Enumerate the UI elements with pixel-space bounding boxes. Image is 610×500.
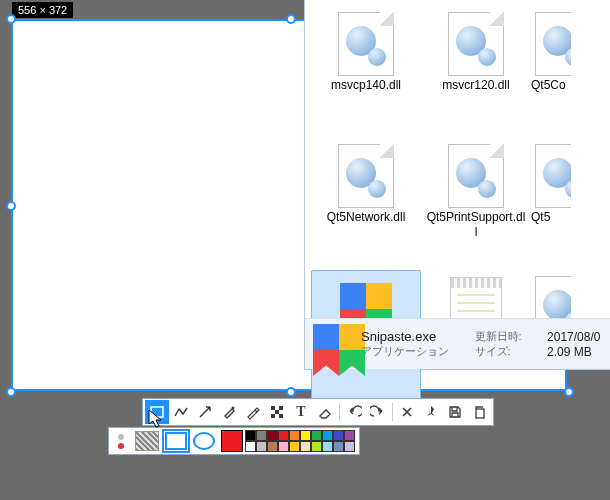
undo-button[interactable] xyxy=(342,400,366,424)
file-item[interactable]: msvcr120.dll xyxy=(421,6,531,138)
palette-swatch[interactable] xyxy=(245,441,256,452)
palette-swatch[interactable] xyxy=(289,441,300,452)
palette-swatch[interactable] xyxy=(344,441,355,452)
file-label: Qt5PrintSupport.dll xyxy=(426,210,526,240)
resize-handle[interactable] xyxy=(286,14,296,24)
svg-rect-5 xyxy=(271,414,275,418)
annotation-toolbar: T xyxy=(142,398,494,426)
file-label: msvcr120.dll xyxy=(442,78,509,93)
status-date-label: 更新日時: xyxy=(475,329,532,344)
status-filetype: アプリケーション xyxy=(361,344,459,359)
file-label: Qt5Network.dll xyxy=(327,210,406,225)
svg-rect-2 xyxy=(271,406,275,410)
resize-handle[interactable] xyxy=(6,14,16,24)
tool-rectangle[interactable] xyxy=(145,400,169,424)
svg-rect-4 xyxy=(275,410,279,414)
tool-eraser[interactable] xyxy=(313,400,337,424)
shape-ellipse[interactable] xyxy=(193,432,215,450)
status-size-value: 2.09 MB xyxy=(547,345,610,359)
separator xyxy=(392,403,393,421)
thickness-picker[interactable] xyxy=(113,434,129,449)
tool-arrow[interactable] xyxy=(193,400,217,424)
status-date-value: 2017/08/0 xyxy=(547,330,610,344)
file-icon xyxy=(334,12,398,76)
tool-polyline[interactable] xyxy=(169,400,193,424)
status-size-label: サイズ: xyxy=(475,344,532,359)
palette-swatch[interactable] xyxy=(333,430,344,441)
resize-handle[interactable] xyxy=(286,387,296,397)
file-icon xyxy=(334,144,398,208)
file-icon xyxy=(531,12,571,76)
palette-swatch[interactable] xyxy=(278,441,289,452)
file-grid: msvcp140.dllmsvcr120.dllQt5CoQt5Network.… xyxy=(305,0,610,319)
resize-handle[interactable] xyxy=(6,387,16,397)
palette-swatch[interactable] xyxy=(300,441,311,452)
palette-swatch[interactable] xyxy=(300,430,311,441)
svg-rect-7 xyxy=(476,409,484,418)
palette-swatch[interactable] xyxy=(256,441,267,452)
file-item[interactable]: Qt5PrintSupport.dll xyxy=(421,138,531,270)
status-filename: Snipaste.exe xyxy=(361,329,459,344)
style-toolbar xyxy=(108,427,360,455)
resize-handle[interactable] xyxy=(6,201,16,211)
app-icon xyxy=(313,324,353,364)
file-item[interactable]: Qt5 xyxy=(531,138,571,270)
file-item[interactable]: Qt5Co xyxy=(531,6,571,138)
palette-swatch[interactable] xyxy=(344,430,355,441)
pin-button[interactable] xyxy=(419,400,443,424)
fill-pattern[interactable] xyxy=(135,431,159,451)
palette-swatch[interactable] xyxy=(267,441,278,452)
palette-swatch[interactable] xyxy=(322,441,333,452)
shape-rectangle[interactable] xyxy=(165,432,187,450)
svg-rect-6 xyxy=(279,414,283,418)
palette-swatch[interactable] xyxy=(311,430,322,441)
explorer-window: msvcp140.dllmsvcr120.dllQt5CoQt5Network.… xyxy=(304,0,610,370)
redo-button[interactable] xyxy=(366,400,390,424)
tool-mosaic[interactable] xyxy=(265,400,289,424)
cancel-button[interactable] xyxy=(395,400,419,424)
tool-pen[interactable] xyxy=(241,400,265,424)
save-button[interactable] xyxy=(443,400,467,424)
palette-swatch[interactable] xyxy=(322,430,333,441)
file-item[interactable]: msvcp140.dll xyxy=(311,6,421,138)
svg-rect-0 xyxy=(151,407,163,417)
file-item[interactable]: Qt5Network.dll xyxy=(311,138,421,270)
palette-swatch[interactable] xyxy=(278,430,289,441)
palette-swatch[interactable] xyxy=(311,441,322,452)
svg-point-1 xyxy=(232,407,235,410)
palette-swatch[interactable] xyxy=(245,430,256,441)
palette-swatch[interactable] xyxy=(267,430,278,441)
tool-text[interactable]: T xyxy=(289,400,313,424)
file-icon xyxy=(444,144,508,208)
color-palette xyxy=(221,430,355,452)
selection-dimensions: 556 × 372 xyxy=(12,2,73,18)
file-icon xyxy=(444,12,508,76)
file-label: Qt5Co xyxy=(531,78,566,93)
tool-color-picker[interactable] xyxy=(217,400,241,424)
separator xyxy=(339,403,340,421)
svg-rect-3 xyxy=(279,406,283,410)
copy-button[interactable] xyxy=(467,400,491,424)
current-color[interactable] xyxy=(221,430,243,452)
palette-swatch[interactable] xyxy=(256,430,267,441)
palette-swatch[interactable] xyxy=(289,430,300,441)
file-icon xyxy=(531,144,571,208)
palette-swatch[interactable] xyxy=(333,441,344,452)
file-label: Qt5 xyxy=(531,210,550,225)
file-label: msvcp140.dll xyxy=(331,78,401,93)
status-bar: Snipaste.exe アプリケーション 更新日時: サイズ: 2017/08… xyxy=(305,318,610,369)
